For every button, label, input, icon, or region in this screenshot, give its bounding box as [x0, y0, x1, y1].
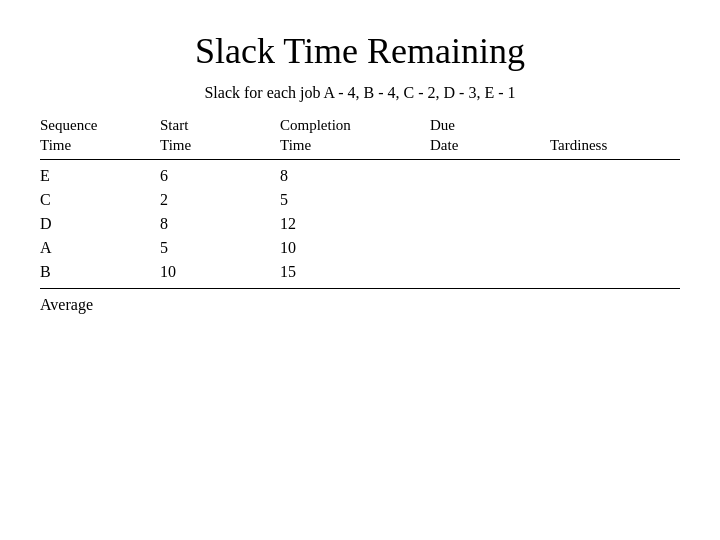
- cell-processing-time: 10: [280, 239, 430, 257]
- col-header-tardiness: Tardiness: [550, 136, 670, 156]
- table-row: E 6 8: [40, 164, 680, 188]
- average-start: [160, 296, 280, 314]
- cell-completion-time: [430, 239, 550, 257]
- cell-completion-time: [430, 167, 550, 185]
- average-label: Average: [40, 296, 160, 314]
- cell-processing-time: 15: [280, 263, 430, 281]
- average-tardiness: [550, 296, 670, 314]
- header-divider: [40, 159, 680, 160]
- cell-due-date: [550, 263, 670, 281]
- cell-sequence: D: [40, 215, 160, 233]
- cell-sequence: A: [40, 239, 160, 257]
- cell-start-time: 8: [160, 215, 280, 233]
- average-row: Average: [40, 293, 680, 317]
- cell-completion-time: [430, 191, 550, 209]
- col-header-start-time: Start Time: [160, 116, 280, 155]
- col-header-due-date: Due Date: [430, 116, 550, 155]
- cell-due-date: [550, 215, 670, 233]
- table-row: B 10 15: [40, 260, 680, 284]
- cell-processing-time: 8: [280, 167, 430, 185]
- cell-due-date: [550, 239, 670, 257]
- cell-start-time: 6: [160, 167, 280, 185]
- average-completion: [280, 296, 430, 314]
- table-body: E 6 8 C 2 5 D 8 12 A 5 10 B 10 15: [40, 164, 680, 284]
- cell-start-time: 10: [160, 263, 280, 281]
- cell-completion-time: [430, 263, 550, 281]
- col-header-completion-time: Completion Time: [280, 116, 430, 155]
- table-row: A 5 10: [40, 236, 680, 260]
- cell-due-date: [550, 167, 670, 185]
- cell-sequence: C: [40, 191, 160, 209]
- table-row: D 8 12: [40, 212, 680, 236]
- table-row: C 2 5: [40, 188, 680, 212]
- cell-completion-time: [430, 215, 550, 233]
- subtitle: Slack for each job A - 4, B - 4, C - 2, …: [204, 84, 515, 102]
- col-header-sequence: Sequence Time: [40, 116, 160, 155]
- cell-start-time: 2: [160, 191, 280, 209]
- cell-sequence: B: [40, 263, 160, 281]
- table-header: Sequence Time Start Time Completion Time…: [40, 116, 680, 155]
- cell-processing-time: 12: [280, 215, 430, 233]
- footer-divider: [40, 288, 680, 289]
- average-due: [430, 296, 550, 314]
- page-title: Slack Time Remaining: [195, 30, 525, 72]
- cell-processing-time: 5: [280, 191, 430, 209]
- cell-start-time: 5: [160, 239, 280, 257]
- cell-due-date: [550, 191, 670, 209]
- cell-sequence: E: [40, 167, 160, 185]
- main-table: Sequence Time Start Time Completion Time…: [40, 116, 680, 317]
